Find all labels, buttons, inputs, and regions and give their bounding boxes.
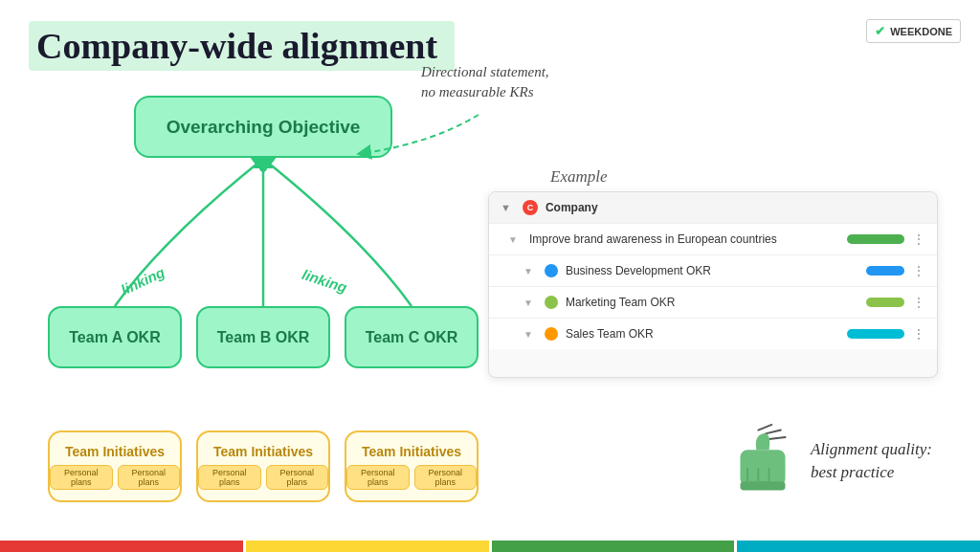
check-icon: ✔ — [875, 24, 885, 38]
more-icon-3[interactable]: ⋮ — [912, 295, 925, 310]
mockup-company-label: Company — [546, 201, 925, 214]
mockup-row-2-label: Business Development OKR — [566, 264, 858, 277]
mockup-row-3: ▼ Marketing Team OKR ⋮ — [489, 287, 937, 319]
plan-badge-c2: Personal plans — [414, 465, 478, 490]
team-b-icon — [545, 264, 558, 277]
progress-bar-4 — [847, 329, 904, 339]
weekdone-logo: ✔ WEEKDONE — [866, 19, 961, 43]
chevron-icon-1: ▼ — [508, 234, 518, 245]
mockup-row-1: ▼ Improve brand awareness in European co… — [489, 224, 937, 255]
bar-green — [492, 541, 735, 552]
bar-yellow — [246, 541, 489, 552]
initiative-a-label: Team Initiatives — [65, 444, 165, 459]
bottom-color-bar — [0, 541, 980, 552]
svg-line-2 — [758, 425, 771, 431]
initiative-b-label: Team Initiatives — [213, 444, 313, 459]
brand-name: WEEKDONE — [890, 26, 952, 37]
mockup-header-row: ▼ C Company — [489, 192, 937, 224]
app-mockup: ▼ C Company ▼ Improve brand awareness in… — [488, 191, 938, 378]
initiative-c-label: Team Initiatives — [362, 444, 461, 459]
diagram-area: linking linking Overarching Objective Te… — [29, 86, 526, 526]
team-c-okr-box: Team C OKR — [345, 306, 479, 368]
mockup-row-2: ▼ Business Development OKR ⋮ — [489, 255, 937, 287]
company-icon: C — [523, 200, 538, 215]
initiative-c-box: Team Initiatives Personal plans Personal… — [345, 431, 479, 502]
plan-badge-c1: Personal plans — [346, 465, 410, 490]
progress-bar-2 — [866, 266, 904, 276]
thumbs-area: Alignment quality: best practice — [729, 423, 932, 499]
plan-badge-a2: Personal plans — [118, 465, 181, 490]
page-title: Company-wide alignment — [29, 21, 455, 71]
chevron-icon-4: ▼ — [523, 329, 533, 340]
initiative-b-box: Team Initiatives Personal plans Personal… — [196, 431, 330, 502]
example-label: Example — [550, 167, 607, 187]
plans-row-b: Personal plans Personal plans — [198, 465, 328, 490]
mockup-row-4: ▼ Sales Team OKR ⋮ — [489, 319, 937, 349]
plans-row-c: Personal plans Personal plans — [346, 465, 477, 490]
mockup-row-3-label: Marketing Team OKR — [566, 296, 858, 309]
annotation-line2: no measurable KRs — [421, 84, 534, 99]
annotation-directional: Directional statement, no measurable KRs — [421, 62, 549, 102]
linking-label-right: linking — [301, 266, 349, 296]
plan-badge-a1: Personal plans — [50, 465, 113, 490]
chevron-icon-3: ▼ — [523, 298, 533, 308]
more-icon-2[interactable]: ⋮ — [912, 263, 925, 278]
progress-bar-3 — [866, 298, 904, 307]
svg-rect-9 — [740, 481, 785, 490]
progress-bar-1 — [847, 234, 904, 244]
alignment-quality-line1: Alignment quality: — [811, 440, 932, 458]
team-a-okr-box: Team A OKR — [48, 306, 182, 368]
initiative-a-box: Team Initiatives Personal plans Personal… — [48, 431, 182, 502]
more-icon-1[interactable]: ⋮ — [912, 232, 925, 247]
linking-label-left: linking — [119, 264, 167, 298]
team-g-icon — [545, 296, 558, 309]
expand-icon: ▼ — [501, 202, 511, 213]
bar-red — [0, 541, 243, 552]
mockup-row-1-label: Improve brand awareness in European coun… — [529, 232, 839, 246]
more-icon-4[interactable]: ⋮ — [912, 326, 925, 342]
alignment-quality-line2: best practice — [811, 463, 894, 481]
team-o-icon — [545, 327, 558, 341]
bar-teal — [737, 541, 980, 552]
annotation-line1: Directional statement, — [421, 64, 549, 79]
alignment-quality-text: Alignment quality: best practice — [811, 438, 932, 484]
svg-line-3 — [766, 431, 781, 434]
team-b-okr-box: Team B OKR — [196, 306, 330, 368]
svg-line-4 — [769, 437, 786, 439]
plans-row-a: Personal plans Personal plans — [50, 465, 180, 490]
plan-badge-b1: Personal plans — [198, 465, 261, 490]
thumbs-up-illustration — [729, 423, 796, 499]
overarching-objective-box: Overarching Objective — [134, 96, 392, 158]
plan-badge-b2: Personal plans — [266, 465, 329, 490]
mockup-row-4-label: Sales Team OKR — [566, 327, 839, 341]
chevron-icon-2: ▼ — [523, 266, 533, 276]
